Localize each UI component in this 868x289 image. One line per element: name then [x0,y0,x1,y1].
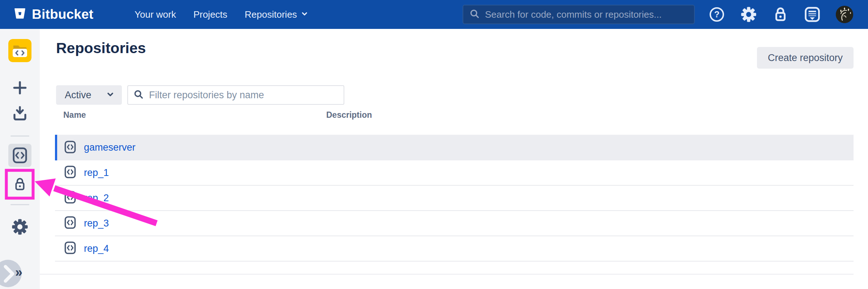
user-avatar[interactable] [836,6,853,23]
global-search-input[interactable] [485,9,688,20]
global-search[interactable] [463,5,695,24]
repo-icon [64,141,76,155]
table-row[interactable]: gameserver [55,135,854,160]
table-row[interactable]: rep_1 [55,160,854,186]
repo-filter[interactable] [127,85,344,105]
sidebar-item-repositories[interactable] [8,144,31,167]
double-chevron-icon[interactable]: » [15,266,22,279]
repo-filter-input[interactable] [149,90,339,101]
repo-link[interactable]: gameserver [84,142,136,153]
sidebar-item-security-lock[interactable] [8,173,31,196]
repo-link[interactable]: rep_3 [84,218,109,229]
column-header-name: Name [63,110,86,120]
help-icon[interactable]: ? [709,6,725,23]
table-row[interactable]: rep_2 [55,186,854,211]
search-icon [133,89,144,101]
sidebar-settings-gear[interactable] [8,215,31,238]
expand-chevron-icon[interactable] [2,264,17,284]
bitbucket-bucket-icon [13,7,27,22]
create-plus-button[interactable] [8,76,31,99]
sidebar-divider [10,204,29,205]
status-filter-value: Active [65,90,106,101]
gear-icon [11,218,29,236]
primary-nav: Your work Projects Repositories [135,0,309,29]
repo-icon [64,241,76,256]
code-icon [12,147,28,164]
repo-table: gameserver rep_1 rep_2 [55,135,854,262]
main-content: Repositories Create repository Active Na… [40,29,868,289]
content-bottom-divider [40,274,854,275]
lock-icon [13,177,27,191]
feedback-icon[interactable] [804,6,821,23]
brand-name: Bitbucket [32,7,93,22]
topbar-icon-group: ? [709,0,853,29]
column-header-description: Description [326,110,372,120]
status-filter-dropdown[interactable]: Active [56,85,122,105]
repo-icon [64,165,76,180]
project-avatar[interactable] [8,39,31,62]
search-icon [469,8,480,21]
repo-link[interactable]: rep_2 [84,193,109,204]
create-repository-button[interactable]: Create repository [757,47,854,69]
sidebar-divider [10,135,29,137]
sidebar: » [0,29,40,289]
repo-icon [64,191,76,205]
clone-download-button[interactable] [8,102,31,125]
repo-link[interactable]: rep_1 [84,167,109,178]
bitbucket-logo[interactable]: Bitbucket [13,0,93,29]
table-header: Name Description [40,110,854,125]
chevron-down-icon [106,90,115,100]
nav-repositories[interactable]: Repositories [245,9,309,20]
page-title: Repositories [56,40,146,57]
table-row[interactable]: rep_3 [55,211,854,236]
lock-icon[interactable] [772,6,789,23]
nav-projects[interactable]: Projects [193,9,227,20]
top-navigation-bar: Bitbucket Your work Projects Repositorie… [0,0,868,29]
chevron-down-icon [301,9,309,20]
repo-link[interactable]: rep_4 [84,243,109,254]
nav-your-work[interactable]: Your work [135,9,176,20]
table-row[interactable]: rep_4 [55,236,854,262]
settings-gear-icon[interactable] [740,6,757,23]
repo-icon [64,216,76,230]
